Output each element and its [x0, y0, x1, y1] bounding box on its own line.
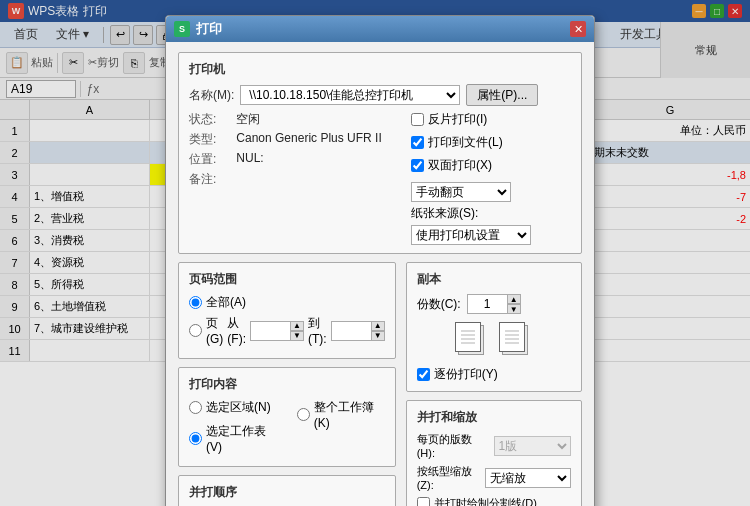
to-spinner[interactable]: ▲ ▼: [331, 321, 385, 341]
copy-icon-2: [499, 322, 533, 358]
collate-checkbox[interactable]: [417, 368, 430, 381]
type-key: 类型:: [189, 131, 216, 148]
copies-section: 副本 份数(C): 1 ▲ ▼: [406, 262, 582, 392]
from-label: 从(F):: [227, 315, 246, 346]
printer-section: 打印机 名称(M): \\10.10.18.150\佳能总控打印机 属性(P).…: [178, 52, 582, 254]
duplex-print-checkbox[interactable]: [411, 159, 424, 172]
copies-title: 副本: [417, 271, 571, 288]
duplex-select-row: 手动翻页: [411, 182, 571, 202]
comment-key: 备注:: [189, 171, 216, 188]
all-pages-row: 全部(A): [189, 294, 385, 311]
copy-icon-stack-1: [455, 322, 489, 358]
scale-row: 按纸型缩放(Z): 无缩放: [417, 464, 571, 491]
selection-row: 选定区域(N): [189, 399, 277, 416]
comment-row: 备注:: [189, 171, 411, 188]
to-spinner-btns: ▲ ▼: [371, 321, 385, 341]
printer-name-row: 名称(M): \\10.10.18.150\佳能总控打印机 属性(P)...: [189, 84, 571, 106]
print-icon: S: [174, 21, 190, 37]
printer-name-select[interactable]: \\10.10.18.150\佳能总控打印机: [240, 85, 460, 105]
from-up-btn[interactable]: ▲: [290, 321, 304, 331]
printer-info-left: 状态: 空闲 类型: Canon Generic Plus UFR II 位置:…: [189, 111, 411, 245]
reverse-print-label: 反片打印(I): [428, 111, 487, 128]
page-label: 页(G): [206, 315, 223, 346]
dialog-left-col: 页码范围 全部(A) 页(G) 从(F): ▲ ▼: [178, 262, 396, 506]
copies-spinner[interactable]: 1 ▲ ▼: [467, 294, 521, 314]
from-input[interactable]: [250, 321, 290, 341]
print-content-options: 选定区域(N) 选定工作表(V) 整个工作簿(K): [189, 399, 385, 458]
print-order-title: 并打顺序: [189, 484, 385, 501]
worksheet-row: 选定工作表(V): [189, 423, 277, 454]
copy-page-lines-2: [503, 326, 521, 348]
print-dialog: S 打印 ✕ 打印机 名称(M): \\10.10.18.150\佳能总控打印机…: [165, 15, 595, 506]
page-range-title: 页码范围: [189, 271, 385, 288]
workbook-radio[interactable]: [297, 408, 310, 421]
copies-input[interactable]: 1: [467, 294, 507, 314]
fit-pages-row: 并打时给制分割线(D): [417, 496, 571, 506]
page-range-section: 页码范围 全部(A) 页(G) 从(F): ▲ ▼: [178, 262, 396, 359]
copies-up-btn[interactable]: ▲: [507, 294, 521, 304]
from-down-btn[interactable]: ▼: [290, 331, 304, 341]
dialog-body: 打印机 名称(M): \\10.10.18.150\佳能总控打印机 属性(P).…: [166, 42, 594, 506]
copy-page-front-1: [455, 322, 481, 352]
status-key: 状态:: [189, 111, 216, 128]
paper-source-label: 纸张来源(S):: [411, 205, 478, 222]
print-to-file-label: 打印到文件(L): [428, 134, 503, 151]
per-page-label: 每页的版数(H):: [417, 432, 488, 459]
per-page-select: 1版: [494, 436, 571, 456]
paper-source-row: 纸张来源(S):: [411, 205, 571, 222]
selection-label: 选定区域(N): [206, 399, 271, 416]
copies-label: 份数(C):: [417, 296, 461, 313]
page-range-radio[interactable]: [189, 324, 202, 337]
from-spinner[interactable]: ▲ ▼: [250, 321, 304, 341]
from-spinner-btns: ▲ ▼: [290, 321, 304, 341]
collate-row: 逐份打印(Y): [417, 366, 571, 383]
print-content-section: 打印内容 选定区域(N) 选定工作表(V): [178, 367, 396, 467]
zoom-section: 并打和缩放 每页的版数(H): 1版 按纸型缩放(Z): 无缩放: [406, 400, 582, 506]
properties-btn[interactable]: 属性(P)...: [466, 84, 538, 106]
print-to-file-checkbox[interactable]: [411, 136, 424, 149]
zoom-title: 并打和缩放: [417, 409, 571, 426]
copies-row: 份数(C): 1 ▲ ▼: [417, 294, 571, 314]
duplex-print-row: 双面打印(X): [411, 157, 571, 174]
per-page-row: 每页的版数(H): 1版: [417, 432, 571, 459]
duplex-option-select[interactable]: 手动翻页: [411, 182, 511, 202]
dialog-right-col: 副本 份数(C): 1 ▲ ▼: [406, 262, 582, 506]
worksheet-label: 选定工作表(V): [206, 423, 277, 454]
location-value: NUL:: [236, 151, 263, 168]
reverse-print-checkbox[interactable]: [411, 113, 424, 126]
dialog-close-btn[interactable]: ✕: [570, 21, 586, 37]
to-input[interactable]: [331, 321, 371, 341]
reverse-print-row: 反片打印(I): [411, 111, 571, 128]
dialog-title-area: S 打印: [174, 20, 222, 38]
to-down-btn[interactable]: ▼: [371, 331, 385, 341]
print-to-file-row: 打印到文件(L): [411, 134, 571, 151]
status-value: 空闲: [236, 111, 260, 128]
to-up-btn[interactable]: ▲: [371, 321, 385, 331]
location-row: 位置: NUL:: [189, 151, 411, 168]
type-row: 类型: Canon Generic Plus UFR II: [189, 131, 411, 148]
scale-label: 按纸型缩放(Z):: [417, 464, 479, 491]
all-pages-label: 全部(A): [206, 294, 246, 311]
dialog-columns: 页码范围 全部(A) 页(G) 从(F): ▲ ▼: [178, 262, 582, 506]
status-row: 状态: 空闲: [189, 111, 411, 128]
scale-select[interactable]: 无缩放: [485, 468, 571, 488]
paper-source-select[interactable]: 使用打印机设置: [411, 225, 531, 245]
copies-down-btn[interactable]: ▼: [507, 304, 521, 314]
type-value: Canon Generic Plus UFR II: [236, 131, 381, 148]
printer-options: 反片打印(I) 打印到文件(L) 双面打印(X) 手动翻页: [411, 111, 571, 245]
copies-icons: [417, 322, 571, 358]
collate-label: 逐份打印(Y): [434, 366, 498, 383]
duplex-print-label: 双面打印(X): [428, 157, 492, 174]
all-pages-radio[interactable]: [189, 296, 202, 309]
worksheet-radio[interactable]: [189, 432, 202, 445]
name-label: 名称(M):: [189, 87, 234, 104]
selection-radio[interactable]: [189, 401, 202, 414]
copy-icon-stack-2: [499, 322, 533, 358]
copy-page-front-2: [499, 322, 525, 352]
copy-icon-1: [455, 322, 489, 358]
location-key: 位置:: [189, 151, 216, 168]
workbook-row: 整个工作簿(K): [297, 399, 385, 430]
page-range-row: 页(G) 从(F): ▲ ▼ 到(T):: [189, 315, 385, 346]
fit-pages-checkbox[interactable]: [417, 497, 430, 506]
left-content-options: 选定区域(N) 选定工作表(V): [189, 399, 277, 458]
